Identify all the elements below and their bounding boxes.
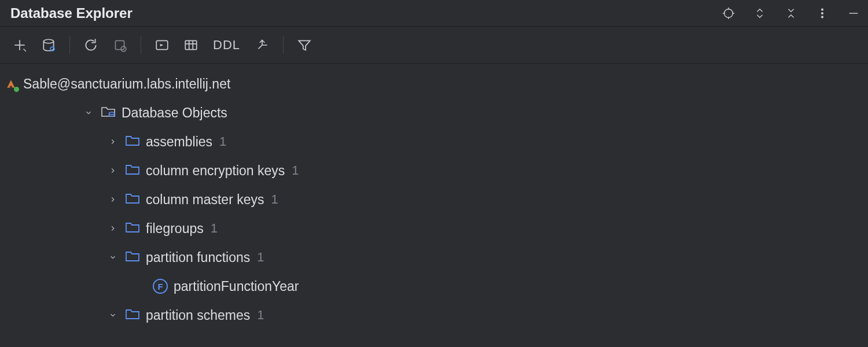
tree-count: 1	[292, 163, 299, 178]
expand-collapse-icon[interactable]	[752, 6, 767, 21]
folder-icon	[125, 220, 140, 237]
chevron-right-icon[interactable]	[106, 195, 119, 204]
tree-node-column-encryption-keys[interactable]: column encryption keys 1	[1, 156, 868, 185]
tree-label: partition functions	[146, 250, 250, 265]
tree-label: assemblies	[146, 134, 212, 150]
table-icon[interactable]	[181, 35, 201, 56]
chevron-down-icon[interactable]	[106, 311, 119, 319]
tree-count: 1	[211, 221, 218, 236]
connection-label: Sable@sanctuarium.labs.intellij.net	[23, 76, 230, 92]
tree-node-partition-schemes[interactable]: partition schemes 1	[1, 301, 868, 330]
tree-count: 1	[271, 192, 278, 207]
query-console-icon[interactable]	[152, 35, 172, 56]
stop-icon[interactable]	[109, 35, 130, 56]
toolbar-separator	[69, 36, 70, 54]
tree-count: 1	[219, 134, 226, 149]
toolbar-separator	[141, 36, 141, 54]
add-icon[interactable]	[9, 35, 30, 56]
tree-node-assemblies[interactable]: assemblies 1	[1, 127, 868, 156]
svg-point-22	[109, 112, 115, 115]
tree-node-database-objects[interactable]: Database Objects	[1, 98, 868, 127]
tree-label: partition schemes	[146, 308, 250, 323]
folder-icon	[125, 249, 140, 265]
svg-point-6	[822, 12, 823, 14]
minimize-icon[interactable]	[846, 6, 861, 21]
folder-icon	[125, 134, 140, 150]
toolbar: DDL	[0, 27, 868, 64]
chevron-right-icon[interactable]	[106, 224, 119, 232]
tree-label: column encryption keys	[146, 163, 285, 179]
folder-icon	[125, 191, 140, 208]
refresh-icon[interactable]	[80, 35, 101, 56]
svg-point-7	[822, 16, 823, 18]
tree-node-column-master-keys[interactable]: column master keys 1	[1, 185, 868, 214]
tree-label: Database Objects	[122, 105, 227, 121]
titlebar: Database Explorer	[0, 0, 868, 27]
database-tree: Sable@sanctuarium.labs.intellij.net Data…	[0, 64, 868, 330]
svg-point-5	[822, 9, 823, 10]
jump-to-source-icon[interactable]	[252, 35, 273, 56]
tree-label: column master keys	[146, 192, 264, 208]
svg-marker-21	[299, 40, 310, 50]
more-icon[interactable]	[815, 6, 830, 21]
tree-label: filegroups	[146, 221, 204, 237]
chevron-down-icon[interactable]	[82, 109, 95, 117]
toolbar-separator	[283, 36, 284, 54]
panel-title: Database Explorer	[10, 5, 133, 21]
status-dot-icon	[14, 87, 19, 92]
svg-marker-16	[160, 43, 163, 46]
tree-count: 1	[257, 250, 264, 265]
database-objects-icon	[101, 105, 116, 121]
filter-icon[interactable]	[294, 35, 315, 56]
datasource-properties-icon[interactable]	[38, 35, 59, 56]
datasource-icon	[5, 77, 17, 90]
tree-leaf-partitionfunctionyear[interactable]: F partitionFunctionYear	[1, 272, 868, 301]
chevron-right-icon[interactable]	[106, 138, 119, 146]
function-icon: F	[153, 279, 168, 294]
ddl-button[interactable]: DDL	[209, 38, 244, 53]
connection-row[interactable]: Sable@sanctuarium.labs.intellij.net	[1, 69, 868, 98]
folder-icon	[125, 307, 140, 323]
collapse-icon[interactable]	[784, 6, 799, 21]
target-icon[interactable]	[721, 6, 736, 21]
chevron-right-icon[interactable]	[106, 167, 119, 175]
svg-point-0	[724, 9, 733, 17]
tree-count: 1	[257, 308, 264, 323]
tree-label: partitionFunctionYear	[174, 279, 299, 294]
svg-point-11	[43, 39, 53, 43]
chevron-down-icon[interactable]	[106, 253, 119, 261]
window-controls	[721, 6, 861, 21]
tree-node-filegroups[interactable]: filegroups 1	[1, 214, 868, 243]
folder-icon	[125, 163, 140, 179]
svg-rect-17	[185, 40, 197, 49]
tree-node-partition-functions[interactable]: partition functions 1	[1, 243, 868, 272]
svg-rect-13	[115, 40, 124, 49]
